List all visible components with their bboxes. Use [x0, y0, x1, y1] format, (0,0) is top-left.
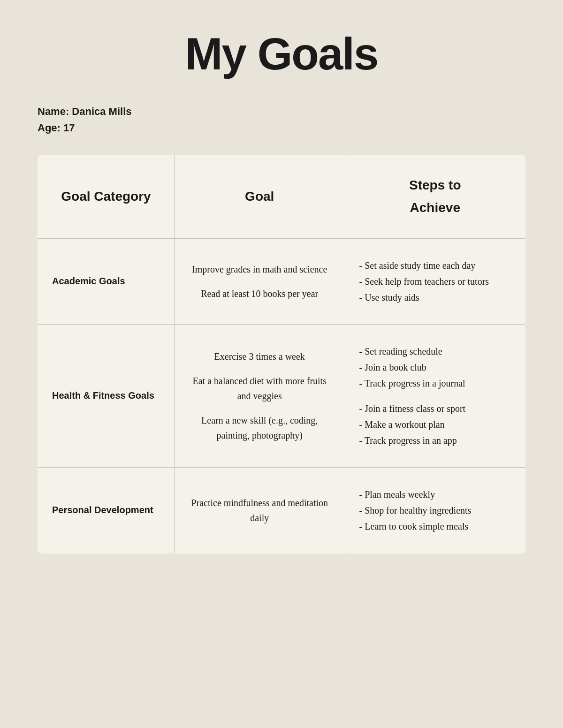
table-row: Health & Fitness Goals Exercise 3 times … — [38, 324, 525, 467]
goals-personal: Practice mindfulness and meditation dail… — [174, 467, 345, 553]
steps-group: - Join a fitness class or sport- Make a … — [359, 401, 511, 448]
goal-item: Exercise 3 times a week — [189, 349, 331, 364]
steps-text: - Set aside study time each day- Seek he… — [359, 260, 489, 303]
goal-text: Learn a new skill (e.g., coding, paintin… — [201, 415, 318, 440]
goals-academic: Improve grades in math and science Read … — [174, 238, 345, 325]
steps-group: - Set reading schedule- Join a book club… — [359, 343, 511, 391]
goal-text: Eat a balanced diet with more fruits and… — [193, 376, 327, 401]
steps-text: - Set reading schedule- Join a book club… — [359, 346, 465, 388]
header-steps-text: Steps toAchieve — [409, 178, 461, 215]
steps-personal: - Plan meals weekly- Shop for healthy in… — [345, 467, 525, 553]
category-academic: Academic Goals — [38, 238, 175, 325]
steps-health: - Set reading schedule- Join a book club… — [345, 324, 525, 467]
steps-group: - Plan meals weekly- Shop for healthy in… — [359, 486, 511, 534]
table-row: Academic Goals Improve grades in math an… — [38, 238, 525, 325]
steps-group: - Set aside study time each day- Seek he… — [359, 258, 511, 305]
goal-text: Read at least 10 books per year — [201, 288, 318, 299]
table-header-row: Goal Category Goal Steps toAchieve — [38, 155, 525, 238]
goal-item: Practice mindfulness and meditation dail… — [189, 495, 331, 525]
goal-item: Improve grades in math and science — [189, 262, 331, 277]
user-age: Age: 17 — [38, 120, 525, 136]
user-name: Name: Danica Mills — [38, 103, 525, 120]
steps-text: - Join a fitness class or sport- Make a … — [359, 403, 466, 446]
table-row: Personal Development Practice mindfulnes… — [38, 467, 525, 553]
goals-health: Exercise 3 times a week Eat a balanced d… — [174, 324, 345, 467]
category-health: Health & Fitness Goals — [38, 324, 175, 467]
goals-table: Goal Category Goal Steps toAchieve Acade… — [38, 155, 525, 553]
page-title: My Goals — [38, 28, 525, 80]
user-info: Name: Danica Mills Age: 17 — [38, 103, 525, 136]
header-goal: Goal — [174, 155, 345, 238]
goal-item: Read at least 10 books per year — [189, 286, 331, 301]
category-personal: Personal Development — [38, 467, 175, 553]
goal-text: Practice mindfulness and meditation dail… — [191, 498, 328, 523]
goal-text: Improve grades in math and science — [192, 264, 327, 274]
header-category: Goal Category — [38, 155, 175, 238]
steps-academic: - Set aside study time each day- Seek he… — [345, 238, 525, 325]
goal-item: Eat a balanced diet with more fruits and… — [189, 373, 331, 403]
goal-text: Exercise 3 times a week — [214, 351, 305, 362]
goal-item: Learn a new skill (e.g., coding, paintin… — [189, 413, 331, 443]
steps-text: - Plan meals weekly- Shop for healthy in… — [359, 489, 472, 531]
header-steps: Steps toAchieve — [345, 155, 525, 238]
